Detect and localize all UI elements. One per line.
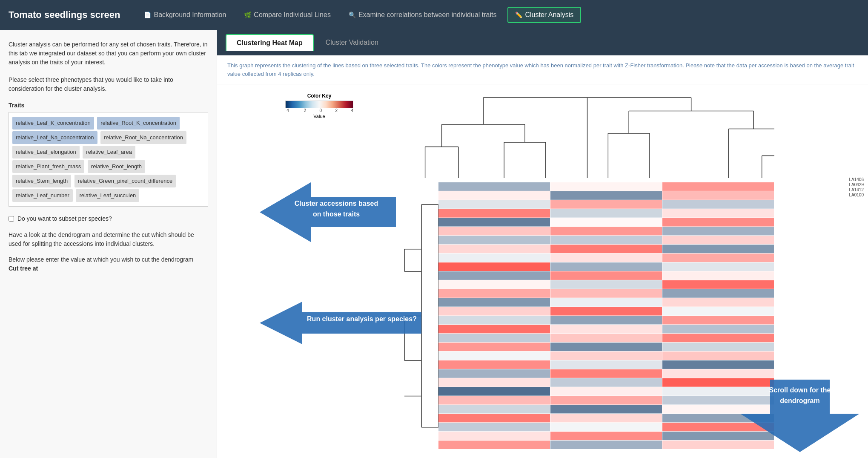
- heatmap-cells: [438, 182, 774, 449]
- cut-tree-text: Below please enter the value at which yo…: [9, 255, 208, 273]
- arrow-cluster-svg: Cluster accessions based on those traits: [260, 182, 396, 242]
- navbar: Tomato seedlings screen 📄 Background Inf…: [0, 0, 868, 30]
- nav-item-background[interactable]: 📄 Background Information: [137, 8, 233, 22]
- color-key-value: Value: [277, 114, 362, 119]
- traits-list: relative_Leaf_K_concentration relative_R…: [9, 112, 208, 207]
- arrow-scroll: Scroll down for the dendrogram: [740, 380, 859, 454]
- tab-validation[interactable]: Cluster Validation: [315, 35, 389, 51]
- color-key-title: Color Key: [277, 93, 362, 99]
- trait-item-9[interactable]: relative_Green_pixel_count_difference: [74, 175, 176, 187]
- svg-marker-44: [260, 302, 421, 344]
- tab-heatmap[interactable]: Clustering Heat Map: [226, 34, 314, 51]
- examine-icon: 🔍: [349, 12, 356, 18]
- dendrogram-top: [400, 89, 774, 178]
- subset-checkbox[interactable]: [9, 216, 14, 222]
- select-text: Please select three phenotypes that you …: [9, 75, 208, 93]
- subset-checkbox-row: Do you want to subset per species?: [9, 215, 208, 222]
- accession-label-1: LA0429: [849, 182, 864, 187]
- nav-item-cluster[interactable]: ✏️ Cluster Analysis: [507, 7, 581, 23]
- accession-label-3: LA0100: [849, 193, 864, 197]
- arrow-scroll-svg: Scroll down for the dendrogram: [740, 380, 859, 452]
- svg-text:Scroll down for the: Scroll down for the: [769, 386, 831, 394]
- heatmap-canvas: [438, 182, 774, 449]
- trait-item-7[interactable]: relative_Root_length: [88, 160, 145, 173]
- trait-item-0[interactable]: relative_Leaf_K_concentration: [12, 117, 94, 130]
- trait-item-1[interactable]: relative_Root_K_concentration: [97, 117, 180, 130]
- color-key-labels: -4 -2 0 2 4: [285, 108, 353, 113]
- svg-text:Cluster accessions based: Cluster accessions based: [295, 200, 378, 207]
- cluster-icon: ✏️: [515, 12, 522, 18]
- nav-brand: Tomato seedlings screen: [9, 9, 120, 20]
- accession-labels: LA1406 LA0429 LA1412 LA0100: [849, 177, 864, 197]
- tabs-bar: Clustering Heat Map Cluster Validation: [217, 30, 868, 55]
- arrow-cluster: Cluster accessions based on those traits: [260, 182, 396, 242]
- nav-item-examine[interactable]: 🔍 Examine correlations between individua…: [342, 8, 504, 22]
- heatmap-area: Color Key -4 -2 0 2 4 Value: [217, 84, 868, 458]
- compare-icon: 🌿: [244, 12, 251, 18]
- trait-item-8[interactable]: relative_Stem_length: [12, 175, 71, 187]
- trait-item-10[interactable]: relative_Leaf_number: [12, 189, 73, 202]
- traits-label: Traits: [9, 102, 208, 109]
- main-content: Cluster analysis can be performed for an…: [0, 30, 868, 458]
- trait-item-4[interactable]: relative_Leaf_elongation: [12, 146, 80, 158]
- svg-text:Run cluster analysis per speci: Run cluster analysis per species?: [307, 315, 417, 323]
- color-key: Color Key -4 -2 0 2 4 Value: [277, 93, 362, 119]
- trait-item-3[interactable]: relative_Root_Na_concentration: [100, 131, 186, 144]
- background-icon: 📄: [144, 12, 151, 18]
- svg-text:on those traits: on those traits: [313, 210, 360, 218]
- intro-text: Cluster analysis can be performed for an…: [9, 40, 208, 67]
- accession-label-2: LA1412: [849, 187, 864, 192]
- arrow-species: Run cluster analysis per species?: [260, 302, 421, 344]
- trait-item-6[interactable]: relative_Plant_fresh_mass: [12, 160, 84, 173]
- left-panel: Cluster analysis can be performed for an…: [0, 30, 217, 458]
- subset-label: Do you want to subset per species?: [17, 215, 112, 222]
- arrow-species-svg: Run cluster analysis per species?: [260, 302, 421, 344]
- description-bar: This graph represents the clustering of …: [217, 55, 868, 84]
- dendrogram-text: Have a look at the dendrogram and determ…: [9, 230, 208, 248]
- trait-item-2[interactable]: relative_Leaf_Na_concentration: [12, 131, 97, 144]
- color-key-gradient: [285, 101, 353, 108]
- right-panel: Clustering Heat Map Cluster Validation T…: [217, 30, 868, 458]
- svg-text:dendrogram: dendrogram: [780, 397, 819, 404]
- accession-label-0: LA1406: [849, 177, 864, 182]
- trait-item-11[interactable]: relative_Leaf_succulen: [76, 189, 139, 202]
- dendrogram-top-svg: [400, 89, 774, 178]
- trait-item-5[interactable]: relative_Leaf_area: [83, 146, 135, 158]
- nav-item-compare[interactable]: 🌿 Compare Individual Lines: [237, 8, 338, 22]
